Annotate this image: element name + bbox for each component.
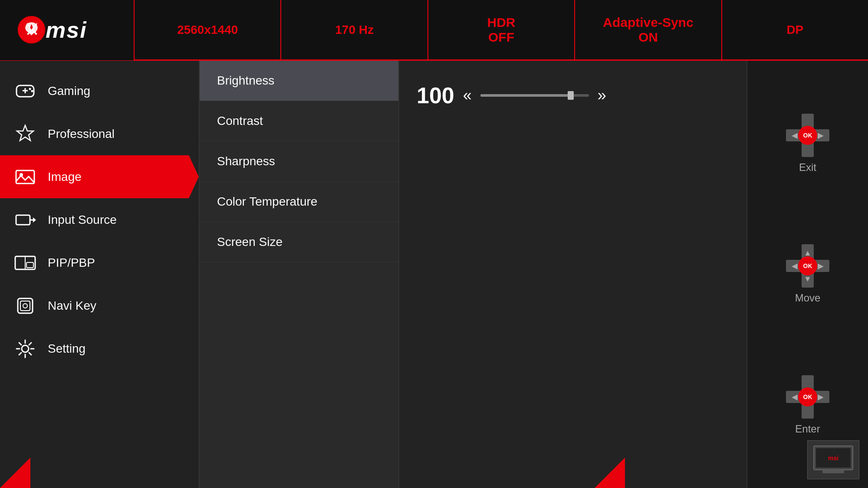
menu-item-contrast[interactable]: Contrast	[200, 101, 398, 141]
svg-point-6	[31, 90, 33, 92]
sidebar-item-navi-key[interactable]: Navi Key	[0, 284, 199, 327]
svg-marker-7	[17, 125, 33, 141]
middle-panel: Brightness Contrast Sharpness Color Temp…	[200, 61, 399, 488]
input-source-icon	[13, 208, 37, 232]
monitor-thumbnail: msi	[807, 440, 859, 479]
sidebar: Gaming Professional Image	[0, 61, 200, 488]
gaming-icon	[13, 79, 37, 103]
brightness-control: 100 « »	[417, 82, 729, 108]
brightness-slider-track[interactable]	[480, 94, 589, 97]
sidebar-item-professional[interactable]: Professional	[0, 112, 199, 155]
enter-dpad: ◀ ▶ OK	[786, 375, 829, 419]
image-icon	[13, 165, 37, 189]
svg-rect-14	[26, 262, 33, 268]
dp-display: DP	[722, 0, 868, 59]
svg-text:msi: msi	[828, 455, 838, 462]
menu-item-sharpness[interactable]: Sharpness	[200, 141, 398, 182]
sidebar-item-setting[interactable]: Setting	[0, 327, 199, 370]
header-info: 2560x1440 170 Hz HDR OFF Adaptive-Sync O…	[135, 0, 868, 59]
exit-ok-badge: OK	[798, 126, 817, 145]
main-content: Gaming Professional Image	[0, 61, 868, 488]
svg-rect-8	[16, 170, 34, 183]
monitor-thumbnail-icon: msi	[812, 444, 855, 476]
pip-pbp-icon	[13, 251, 37, 275]
header: ⚔ msi 2560x1440 170 Hz HDR OFF Adaptive-…	[0, 0, 868, 61]
pip-pbp-label: PIP/PBP	[48, 256, 95, 270]
enter-ok-badge: OK	[798, 387, 817, 406]
chevron-left[interactable]: «	[463, 86, 472, 105]
svg-rect-23	[822, 470, 844, 473]
sidebar-item-gaming[interactable]: Gaming	[0, 69, 199, 112]
enter-label: Enter	[795, 423, 820, 435]
exit-label: Exit	[799, 161, 816, 174]
sidebar-item-image[interactable]: Image	[0, 155, 199, 198]
enter-button[interactable]: ◀ ▶ OK Enter	[786, 375, 829, 435]
logo-section: ⚔ msi	[0, 0, 135, 60]
navi-key-icon	[13, 294, 37, 318]
image-label: Image	[48, 170, 82, 184]
move-ok-badge: OK	[798, 256, 817, 275]
professional-label: Professional	[48, 127, 115, 141]
svg-marker-12	[33, 217, 36, 223]
adaptive-sync-display: Adaptive-Sync ON	[575, 0, 722, 59]
menu-item-screen-size[interactable]: Screen Size	[200, 222, 398, 262]
svg-point-19	[22, 345, 29, 352]
msi-dragon-logo: ⚔	[17, 16, 46, 44]
menu-item-brightness[interactable]: Brightness	[200, 61, 398, 101]
professional-icon	[13, 122, 37, 146]
right-panel: 100 « »	[399, 61, 746, 488]
svg-point-18	[23, 304, 27, 308]
menu-item-color-temperature[interactable]: Color Temperature	[200, 182, 398, 222]
setting-icon	[13, 337, 37, 360]
sidebar-item-pip-pbp[interactable]: PIP/PBP	[0, 241, 199, 284]
refresh-rate-display: 170 Hz	[281, 0, 428, 59]
move-button[interactable]: ▲ ▼ ◀ ▶ OK Move	[786, 244, 829, 304]
move-label: Move	[795, 292, 821, 304]
chevron-right[interactable]: »	[598, 86, 606, 105]
exit-dpad: ◀ ▶ OK	[786, 114, 829, 157]
exit-button[interactable]: ◀ ▶ OK Exit	[786, 114, 829, 174]
input-source-label: Input Source	[48, 213, 117, 227]
logo-text: msi	[46, 17, 87, 43]
resolution-display: 2560x1440	[135, 0, 281, 59]
brightness-slider-fill	[480, 94, 573, 97]
hdr-display: HDR OFF	[428, 0, 575, 59]
gaming-label: Gaming	[48, 84, 90, 98]
svg-rect-10	[16, 215, 30, 225]
brightness-slider-thumb	[568, 91, 574, 100]
sidebar-item-input-source[interactable]: Input Source	[0, 198, 199, 241]
controls-panel: ◀ ▶ OK Exit ▲ ▼ ◀ ▶ OK Move	[746, 61, 868, 488]
navi-key-label: Navi Key	[48, 299, 96, 313]
move-dpad: ▲ ▼ ◀ ▶ OK	[786, 244, 829, 288]
svg-point-5	[29, 88, 31, 90]
setting-label: Setting	[48, 342, 85, 356]
svg-rect-17	[20, 301, 30, 311]
brightness-value: 100	[417, 82, 454, 108]
